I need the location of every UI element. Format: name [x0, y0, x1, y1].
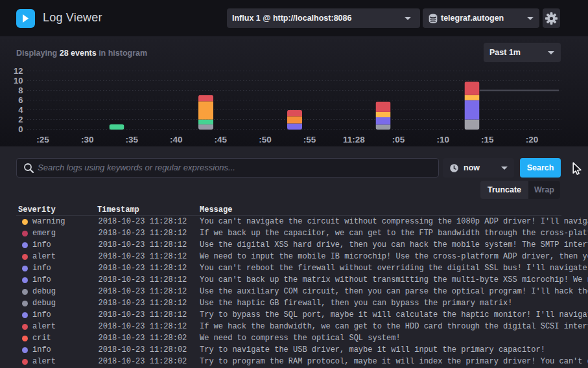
svg-text::45: :45 — [215, 135, 228, 144]
svg-text::35: :35 — [125, 135, 138, 144]
svg-text:0: 0 — [18, 124, 23, 134]
svg-text::10: :10 — [436, 135, 449, 144]
svg-text:10: 10 — [14, 76, 23, 86]
svg-text:8: 8 — [18, 86, 23, 95]
svg-text::50: :50 — [259, 135, 272, 144]
svg-text:11:28: 11:28 — [343, 135, 365, 144]
svg-text:4: 4 — [18, 105, 23, 115]
svg-text:12: 12 — [14, 66, 23, 76]
svg-text:6: 6 — [18, 95, 23, 105]
svg-text::55: :55 — [303, 135, 316, 144]
svg-text::15: :15 — [481, 135, 494, 144]
svg-text::25: :25 — [36, 135, 49, 144]
svg-text::30: :30 — [81, 135, 94, 144]
svg-text::05: :05 — [392, 135, 405, 144]
svg-text:2: 2 — [18, 115, 23, 124]
svg-text::20: :20 — [526, 135, 539, 144]
svg-text::40: :40 — [170, 135, 183, 144]
